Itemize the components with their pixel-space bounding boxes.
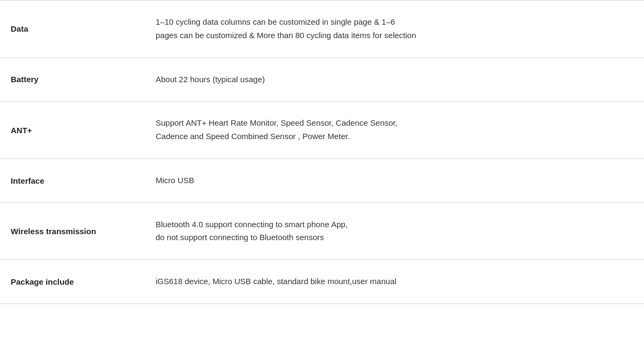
spec-label: Battery: [0, 57, 145, 102]
specs-table: Data1–10 cycling data columns can be cus…: [0, 0, 644, 304]
table-row: ANT+Support ANT+ Heart Rate Monitor, Spe…: [0, 102, 644, 159]
spec-label: ANT+: [0, 102, 145, 159]
table-row: InterfaceMicro USB: [0, 158, 644, 202]
table-row: BatteryAbout 22 hours (typical usage): [0, 57, 644, 102]
spec-value: Bluetooth 4.0 support connecting to smar…: [145, 202, 644, 260]
table-row: Package includeiGS618 device, Micro USB …: [0, 260, 644, 304]
spec-value: Support ANT+ Heart Rate Monitor, Speed S…: [145, 102, 644, 159]
spec-value: Micro USB: [145, 158, 644, 202]
spec-label: Package include: [0, 260, 145, 304]
table-row: Data1–10 cycling data columns can be cus…: [0, 1, 644, 58]
spec-label: Wireless transmission: [0, 202, 145, 260]
table-row: Wireless transmissionBluetooth 4.0 suppo…: [0, 202, 644, 260]
spec-value: 1–10 cycling data columns can be customi…: [145, 1, 644, 58]
spec-value: About 22 hours (typical usage): [145, 57, 644, 102]
spec-label: Data: [0, 1, 145, 58]
spec-label: Interface: [0, 158, 145, 202]
spec-value: iGS618 device, Micro USB cable, standard…: [145, 260, 644, 304]
